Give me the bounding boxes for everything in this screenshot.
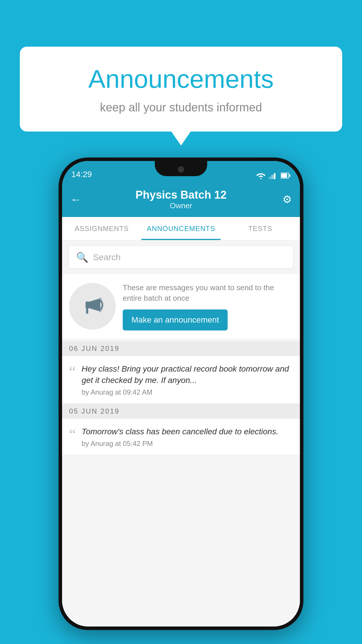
- content-area: 🔍 Search: [62, 240, 300, 626]
- header-subtitle: Owner: [88, 201, 274, 210]
- tabs-bar: ASSIGNMENTS ANNOUNCEMENTS TESTS: [62, 217, 300, 240]
- announcement-item-2[interactable]: “ Tomorrow's class has been cancelled du…: [62, 419, 300, 455]
- wifi-icon: [256, 172, 266, 179]
- app-header: ← Physics Batch 12 Owner ⚙: [62, 182, 300, 217]
- bubble-subtitle: keep all your students informed: [31, 101, 331, 114]
- tab-assignments[interactable]: ASSIGNMENTS: [62, 217, 141, 240]
- search-icon: 🔍: [76, 251, 88, 263]
- quote-icon-2: “: [69, 427, 76, 442]
- megaphone-icon: [79, 293, 106, 319]
- svg-rect-6: [86, 302, 90, 308]
- promo-text-area: These are messages you want to send to t…: [123, 282, 293, 330]
- speech-bubble-container: Announcements keep all your students inf…: [20, 47, 342, 132]
- announcement-icon-circle: [69, 283, 116, 330]
- svg-rect-0: [269, 177, 271, 179]
- announcement-body-1: Hey class! Bring your practical record b…: [82, 363, 293, 386]
- svg-rect-1: [271, 175, 273, 179]
- bubble-title: Announcements: [31, 64, 331, 94]
- announcement-meta-1: by Anurag at 09:42 AM: [82, 388, 293, 396]
- header-center: Physics Batch 12 Owner: [88, 189, 274, 210]
- status-icons: [256, 172, 291, 179]
- settings-icon[interactable]: ⚙: [274, 193, 292, 206]
- date-separator-2: 05 JUN 2019: [62, 404, 300, 419]
- search-placeholder: Search: [93, 252, 121, 262]
- back-button[interactable]: ←: [70, 193, 88, 206]
- phone-mockup: 14:29: [59, 158, 303, 630]
- announcement-body-2: Tomorrow's class has been cancelled due …: [82, 426, 293, 437]
- announcement-text-2: Tomorrow's class has been cancelled due …: [82, 426, 293, 448]
- promo-description: These are messages you want to send to t…: [123, 282, 293, 304]
- signal-icon: [269, 172, 277, 179]
- battery-icon: [281, 172, 291, 179]
- date-separator-1: 06 JUN 2019: [62, 341, 300, 356]
- phone-notch: [155, 161, 207, 176]
- announcement-meta-2: by Anurag at 05:42 PM: [82, 440, 293, 448]
- tab-tests[interactable]: TESTS: [221, 217, 300, 240]
- make-announcement-button[interactable]: Make an announcement: [123, 309, 228, 330]
- header-title: Physics Batch 12: [88, 189, 274, 201]
- tab-announcements[interactable]: ANNOUNCEMENTS: [141, 217, 221, 240]
- svg-rect-4: [281, 174, 287, 178]
- promo-card: These are messages you want to send to t…: [62, 274, 300, 339]
- camera-dot: [178, 166, 184, 173]
- svg-rect-5: [289, 174, 290, 177]
- svg-rect-2: [274, 173, 275, 179]
- speech-bubble: Announcements keep all your students inf…: [20, 47, 342, 132]
- phone-outer: 14:29: [59, 158, 303, 630]
- search-bar[interactable]: 🔍 Search: [69, 246, 293, 268]
- phone-screen: 14:29: [62, 161, 300, 626]
- quote-icon-1: “: [69, 364, 76, 379]
- announcement-item-1[interactable]: “ Hey class! Bring your practical record…: [62, 356, 300, 404]
- announcement-text-1: Hey class! Bring your practical record b…: [82, 363, 293, 396]
